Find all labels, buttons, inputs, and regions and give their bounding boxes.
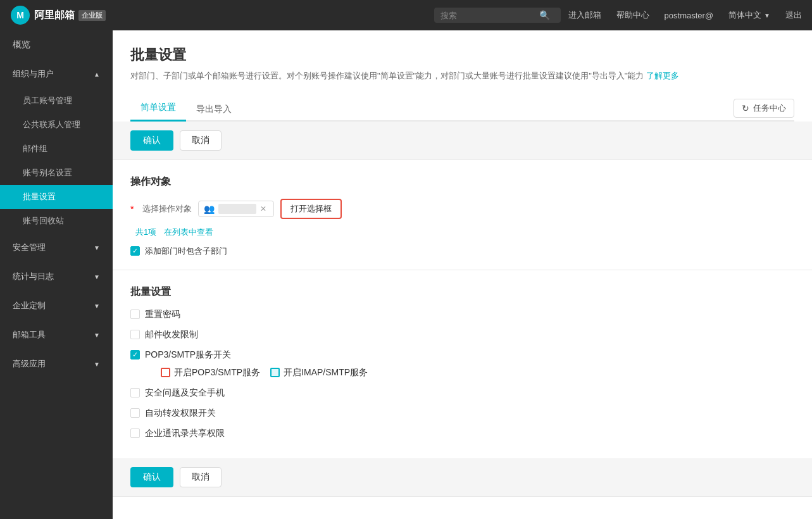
batch-item-address-book-share: 企业通讯录共享权限 bbox=[130, 428, 794, 439]
chevron-down-icon: ▼ bbox=[94, 273, 100, 280]
pop3-smtp-sub-options: 开启POP3/SMTP服务 开启IMAP/SMTP服务 bbox=[161, 367, 794, 378]
include-sub-dept-checkbox[interactable] bbox=[130, 246, 140, 256]
language-selector[interactable]: 简体中文 ▼ bbox=[728, 9, 770, 21]
sidebar-item-enterprise-custom[interactable]: 企业定制 ▼ bbox=[0, 291, 113, 320]
batch-settings-title: 批量设置 bbox=[130, 285, 794, 299]
count-row: 共1项 在列表中查看 bbox=[135, 227, 794, 238]
chevron-down-icon: ▼ bbox=[94, 332, 100, 339]
pop3-smtp-label: POP3/SMTP服务开关 bbox=[145, 349, 231, 361]
chevron-down-icon: ▼ bbox=[764, 12, 770, 19]
pop3-smtp-checkbox[interactable] bbox=[130, 350, 140, 360]
section-divider bbox=[113, 270, 812, 270]
search-input[interactable] bbox=[440, 11, 535, 20]
sidebar-item-employee-accounts[interactable]: 员工账号管理 bbox=[0, 89, 113, 113]
include-sub-dept-label: 添加部门时包含子部门 bbox=[145, 246, 227, 257]
help-center-link[interactable]: 帮助中心 bbox=[616, 9, 649, 21]
top-navigation: M 阿里邮箱 企业版 🔍 进入邮箱 帮助中心 postmaster@ 简体中文 … bbox=[0, 0, 812, 30]
page-description: 对部门、子部门或单个邮箱账号进行设置。对个别账号操作建议使用"简单设置"能力，对… bbox=[130, 70, 794, 83]
enter-mailbox-link[interactable]: 进入邮箱 bbox=[568, 9, 601, 21]
cancel-button-top[interactable]: 取消 bbox=[180, 130, 222, 151]
operation-target-title: 操作对象 bbox=[130, 175, 794, 189]
cancel-button-bottom[interactable]: 取消 bbox=[180, 467, 222, 487]
count-link[interactable]: 共1项 bbox=[135, 227, 156, 238]
reset-password-checkbox[interactable] bbox=[130, 310, 140, 319]
reset-password-label: 重置密码 bbox=[145, 309, 180, 320]
sidebar-item-mailbox-tools[interactable]: 邮箱工具 ▼ bbox=[0, 320, 113, 349]
sidebar-item-batch-settings[interactable]: 批量设置 bbox=[0, 185, 113, 209]
department-icon: 👥 bbox=[204, 204, 215, 214]
batch-item-auto-forward: 自动转发权限开关 bbox=[130, 408, 794, 419]
sidebar-item-advanced-apps[interactable]: 高级应用 ▼ bbox=[0, 349, 113, 378]
sidebar-item-overview[interactable]: 概览 bbox=[0, 30, 113, 59]
batch-settings-list: 重置密码 邮件收发限制 POP3/SMTP服务开关 bbox=[130, 309, 794, 439]
search-bar[interactable]: 🔍 bbox=[434, 8, 561, 23]
mail-limit-label: 邮件收发限制 bbox=[145, 329, 198, 341]
main-layout: 概览 组织与用户 ▲ 员工账号管理 公共联系人管理 邮件组 账号别名设置 批量设… bbox=[0, 30, 812, 519]
address-book-share-checkbox[interactable] bbox=[130, 428, 140, 438]
auto-forward-checkbox[interactable] bbox=[130, 408, 140, 418]
operation-target-row: * 选择操作对象 👥 ✕ 打开选择框 bbox=[130, 199, 794, 219]
chevron-down-icon: ▼ bbox=[94, 244, 100, 251]
enable-imap-label: 开启IMAP/SMTP服务 bbox=[284, 367, 368, 378]
view-in-list-link[interactable]: 在列表中查看 bbox=[164, 227, 213, 238]
tab-export-import[interactable]: 导出导入 bbox=[186, 99, 242, 122]
sidebar-item-public-contacts[interactable]: 公共联系人管理 bbox=[0, 113, 113, 137]
nav-actions: 进入邮箱 帮助中心 postmaster@ 简体中文 ▼ 退出 bbox=[568, 9, 802, 21]
sidebar-item-stats-logs[interactable]: 统计与日志 ▼ bbox=[0, 262, 113, 291]
enable-pop3-checkbox[interactable] bbox=[161, 368, 170, 377]
batch-item-reset-password: 重置密码 bbox=[130, 309, 794, 320]
user-email: postmaster@ bbox=[665, 11, 714, 20]
enterprise-badge: 企业版 bbox=[78, 10, 106, 21]
tab-simple-settings[interactable]: 简单设置 bbox=[130, 97, 186, 122]
batch-item-pop3-smtp-group: POP3/SMTP服务开关 开启POP3/SMTP服务 开启IMAP/SMTP服… bbox=[130, 349, 794, 378]
enable-pop3-label: 开启POP3/SMTP服务 bbox=[174, 367, 260, 378]
confirm-button-top[interactable]: 确认 bbox=[130, 130, 173, 151]
logout-button[interactable]: 退出 bbox=[785, 9, 802, 21]
sub-item-enable-imap: 开启IMAP/SMTP服务 bbox=[270, 367, 368, 378]
auto-forward-label: 自动转发权限开关 bbox=[145, 408, 216, 419]
enable-imap-checkbox[interactable] bbox=[270, 368, 280, 377]
include-sub-dept-row: 添加部门时包含子部门 bbox=[130, 246, 794, 257]
sidebar-item-alias-settings[interactable]: 账号别名设置 bbox=[0, 161, 113, 185]
required-star: * bbox=[130, 204, 134, 214]
top-action-bar: 确认 取消 bbox=[113, 122, 812, 160]
sidebar-item-account-recycle[interactable]: 账号回收站 bbox=[0, 209, 113, 233]
batch-item-security-phone: 安全问题及安全手机 bbox=[130, 387, 794, 399]
batch-item-mail-limit: 邮件收发限制 bbox=[130, 329, 794, 341]
main-content: 批量设置 对部门、子部门或单个邮箱账号进行设置。对个别账号操作建议使用"简单设置… bbox=[113, 30, 812, 519]
sub-item-enable-pop3: 开启POP3/SMTP服务 bbox=[161, 367, 260, 378]
security-phone-label: 安全问题及安全手机 bbox=[145, 387, 225, 399]
page-title: 批量设置 bbox=[130, 46, 794, 65]
tag-text bbox=[218, 204, 256, 214]
svg-text:M: M bbox=[16, 10, 24, 20]
field-label: 选择操作对象 bbox=[142, 203, 192, 215]
task-center-button[interactable]: ↻ 任务中心 bbox=[734, 99, 794, 118]
address-book-share-label: 企业通讯录共享权限 bbox=[145, 428, 225, 439]
search-icon: 🔍 bbox=[539, 10, 550, 20]
sidebar: 概览 组织与用户 ▲ 员工账号管理 公共联系人管理 邮件组 账号别名设置 批量设… bbox=[0, 30, 113, 519]
learn-more-link[interactable]: 了解更多 bbox=[646, 71, 679, 80]
remove-tag-icon[interactable]: ✕ bbox=[260, 204, 266, 213]
sidebar-item-security-mgmt[interactable]: 安全管理 ▼ bbox=[0, 233, 113, 262]
chevron-down-icon: ▼ bbox=[94, 303, 100, 310]
sidebar-item-mail-group[interactable]: 邮件组 bbox=[0, 137, 113, 161]
refresh-icon: ↻ bbox=[742, 103, 749, 113]
tabs-bar: 简单设置 导出导入 ↻ 任务中心 bbox=[130, 96, 794, 122]
logo-text: 阿里邮箱 bbox=[34, 9, 75, 22]
mail-limit-checkbox[interactable] bbox=[130, 330, 140, 339]
app-logo: M 阿里邮箱 企业版 bbox=[10, 5, 106, 25]
security-phone-checkbox[interactable] bbox=[130, 388, 140, 397]
confirm-button-bottom[interactable]: 确认 bbox=[130, 467, 173, 487]
chevron-up-icon: ▲ bbox=[94, 71, 100, 78]
bottom-action-bar: 确认 取消 bbox=[113, 458, 812, 497]
chevron-down-icon: ▼ bbox=[94, 361, 100, 368]
open-selector-button[interactable]: 打开选择框 bbox=[280, 199, 342, 219]
batch-item-pop3-smtp: POP3/SMTP服务开关 bbox=[130, 349, 794, 361]
sidebar-item-org-users[interactable]: 组织与用户 ▲ bbox=[0, 59, 113, 89]
selected-target-tag: 👥 ✕ bbox=[198, 201, 274, 217]
